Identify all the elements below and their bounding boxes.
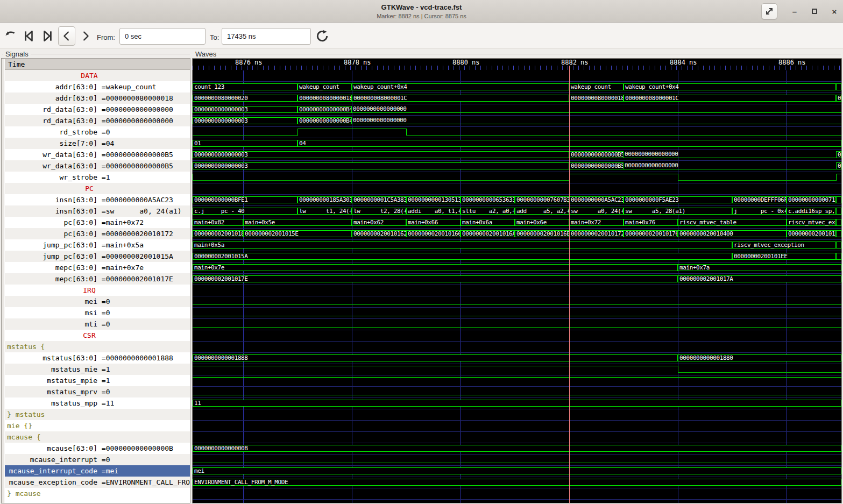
signal-row-section-pc[interactable]: PC	[5, 183, 190, 194]
signal-row-mstatus-mie[interactable]: mstatus_mie =1	[5, 364, 190, 375]
signal-row-insn-asm[interactable]: insn[63:0] =sw a0, 24(a1)	[5, 205, 190, 217]
wave-lane-mei[interactable]	[193, 296, 841, 308]
signal-row-mcause-hex[interactable]: mcause[63:0] =000000000000000B	[5, 443, 190, 454]
wave-lane-rd-data-2[interactable]: 000000000000000300000000000000B400000000…	[193, 116, 841, 127]
signal-row-mcause-interrupt-code[interactable]: mcause_interrupt_code =mei	[5, 465, 190, 477]
signal-row-jump-pc-hex[interactable]: jump_pc[63:0] =000000002001015A	[5, 251, 190, 262]
wave-lane-rd-data-1[interactable]: 000000000000000300000000000000B400000000…	[193, 104, 841, 116]
wave-lane-jump-pc-hex[interactable]: 000000002001015A00000000200101EE	[193, 251, 841, 262]
wave-lane-mstatus-mprv[interactable]	[193, 387, 841, 398]
wave-lane-section-csr[interactable]	[193, 330, 841, 342]
signal-row-mstatus-close[interactable]: } mstatus	[5, 409, 190, 420]
wave-lane-section-data[interactable]	[193, 70, 841, 82]
wave-lane-addr-sym[interactable]: count_123wakeup_countwakeup_count+0x4wak…	[193, 82, 841, 93]
signal-row-insn-hex[interactable]: insn[63:0] =0000000000A5AC23	[5, 194, 190, 205]
wave-lane-mepc-hex[interactable]: 000000002001017E000000002001017A	[193, 274, 841, 285]
reload-icon[interactable]	[315, 29, 329, 43]
signal-row-addr-sym[interactable]: addr[63:0] =wakeup_count	[5, 81, 190, 93]
wave-segment-label: 11	[193, 400, 841, 407]
expand-icon	[765, 7, 774, 16]
wave-lane-section-pc[interactable]	[193, 183, 841, 195]
signal-row-mcause-exception-code[interactable]: mcause_exception_code =ENVIRONMENT_CALL_…	[5, 477, 190, 488]
wave-lane-mstatus-open[interactable]	[193, 342, 841, 353]
wave-lane-mepc-sym[interactable]: main+0x7emain+0x7a	[193, 262, 841, 274]
wave-lane-mstatus-mie[interactable]	[193, 364, 841, 375]
wave-lane-pc-sym[interactable]: main+0x82main+0x5emain+0x62main+0x66main…	[193, 217, 841, 229]
wave-lanes[interactable]: count_123wakeup_countwakeup_count+0x4wak…	[193, 70, 841, 500]
signal-row-rd-strobe[interactable]: rd_strobe =0	[5, 126, 190, 138]
wave-lane-addr-hex[interactable]: 0000000080000020000000008000001800000000…	[193, 93, 841, 104]
signal-row-mstatus-mpie[interactable]: mstatus_mpie =1	[5, 375, 190, 386]
signal-row-jump-pc-sym[interactable]: jump_pc[63:0] =main+0x5a	[5, 239, 190, 251]
close-button[interactable]: ×	[830, 7, 839, 16]
to-input[interactable]	[222, 28, 311, 45]
wave-lane-mstatus-close[interactable]	[193, 409, 841, 421]
maximize-button[interactable]	[812, 6, 817, 16]
signal-row-addr-hex[interactable]: addr[63:0] =0000000080000018	[5, 93, 190, 104]
signal-row-size[interactable]: size[7:0] =04	[5, 138, 190, 149]
signal-row-mie-group[interactable]: mie {}	[5, 420, 190, 431]
expand-button[interactable]	[761, 3, 777, 19]
signal-row-section-data[interactable]: DATA	[5, 70, 190, 81]
signal-row-pc-sym[interactable]: pc[63:0] =main+0x72	[5, 217, 190, 228]
signal-row-section-irq[interactable]: IRQ	[5, 285, 190, 296]
wave-lane-mcause-interrupt-code[interactable]: mei	[193, 466, 841, 477]
minor-ticks	[193, 66, 841, 70]
wave-lane-mcause-close[interactable]	[193, 488, 841, 500]
wave-lane-wr-strobe[interactable]	[193, 172, 841, 183]
wave-lane-rd-strobe[interactable]	[193, 127, 841, 138]
signal-row-mcause-open[interactable]: mcause {	[5, 431, 190, 443]
wave-lane-insn-hex[interactable]: 000000000000BFE1000000000185A30300000000…	[193, 195, 841, 206]
wave-lane-size[interactable]: 0104	[193, 138, 841, 150]
wave-lane-section-irq[interactable]	[193, 285, 841, 296]
signal-row-wr-strobe[interactable]: wr_strobe =1	[5, 172, 190, 183]
minimize-button[interactable]: –	[790, 7, 799, 16]
waves-panel[interactable]: 8876 ns8878 ns8880 ns8882 ns8884 ns8886 …	[192, 58, 842, 503]
wave-lane-mcause-hex[interactable]: 000000000000000B	[193, 443, 841, 455]
wave-lane-mcause-open[interactable]	[193, 432, 841, 443]
from-input[interactable]	[119, 28, 206, 45]
signal-row-mcause-interrupt[interactable]: mcause_interrupt =0	[5, 454, 190, 465]
signal-row-mstatus-mpp[interactable]: mstatus_mpp =11	[5, 397, 190, 409]
signal-row-pc-hex[interactable]: pc[63:0] =0000000020010172	[5, 228, 190, 239]
wave-lane-insn-asm[interactable]: c.j pc - 40lw t1, 24(+lw t2, 28(+addi a0…	[193, 206, 841, 217]
wave-lane-mstatus-mpp[interactable]: 11	[193, 398, 841, 409]
skip-to-end-icon[interactable]	[41, 29, 55, 43]
signal-row-msi[interactable]: msi =0	[5, 307, 190, 318]
wave-lane-jump-pc-sym[interactable]: main+0x5ariscv_mtvec_exception	[193, 240, 841, 251]
wave-segment-label: sltu a2, a0,+	[461, 208, 514, 215]
signal-row-mepc-sym[interactable]: mepc[63:0] =main+0x7e	[5, 262, 190, 273]
signal-row-wr-data-2[interactable]: wr_data[63:0] =00000000000000B5	[5, 160, 190, 172]
wave-lane-mstatus-mpie[interactable]	[193, 375, 841, 387]
signal-row-mti[interactable]: mti =0	[5, 318, 190, 330]
wave-lane-mie-group[interactable]	[193, 421, 841, 432]
wave-lane-mti[interactable]	[193, 319, 841, 330]
primary-marker[interactable]	[569, 66, 570, 503]
step-left-button[interactable]	[58, 26, 75, 46]
timescale-ruler[interactable]: 8876 ns8878 ns8880 ns8882 ns8884 ns8886 …	[193, 59, 841, 70]
wave-lane-wr-data-2[interactable]: 000000000000000300000000000000B500000000…	[193, 161, 841, 172]
wave-lane-pc-hex[interactable]: 0000000020010182000000002001015E00000000…	[193, 229, 841, 240]
signal-row-mstatus-mprv[interactable]: mstatus_mprv =0	[5, 386, 190, 397]
signal-row-mepc-hex[interactable]: mepc[63:0] =000000002001017E	[5, 273, 190, 285]
wave-lane-mstatus-hex[interactable]: 00000000000018880000000000001880	[193, 353, 841, 364]
signal-row-rd-data-2[interactable]: rd_data[63:0] =0000000000000000	[5, 115, 190, 126]
signal-row-mstatus-hex[interactable]: mstatus[63:0] =0000000000001888	[5, 352, 190, 364]
wave-segment-label: 00000000000000B5	[570, 152, 623, 158]
signal-row-wr-data-1[interactable]: wr_data[63:0] =00000000000000B5	[5, 149, 190, 160]
step-right-icon[interactable]	[79, 29, 93, 43]
signal-row-mei[interactable]: mei =0	[5, 296, 190, 307]
wave-lane-msi[interactable]	[193, 308, 841, 319]
skip-to-start-icon[interactable]	[22, 29, 36, 43]
signal-row-rd-data-1[interactable]: rd_data[63:0] =0000000000000000	[5, 104, 190, 115]
wave-lane-wr-data-1[interactable]: 000000000000000300000000000000B500000000…	[193, 150, 841, 161]
signals-scrollbar[interactable]	[2, 59, 4, 503]
wave-lane-mcause-interrupt[interactable]	[193, 455, 841, 466]
wave-segment: 00000000200101EE	[732, 253, 836, 260]
undo-arrow-icon[interactable]	[3, 29, 17, 43]
signal-row-section-csr[interactable]: CSR	[5, 330, 190, 341]
signal-row-mstatus-open[interactable]: mstatus {	[5, 341, 190, 352]
signal-row-mcause-close[interactable]: } mcause	[5, 488, 190, 499]
wave-lane-mcause-exception-code[interactable]: ENVIRONMENT_CALL_FROM_M_MODE	[193, 477, 841, 488]
wave-segment: 00000000000000B4	[297, 117, 352, 124]
